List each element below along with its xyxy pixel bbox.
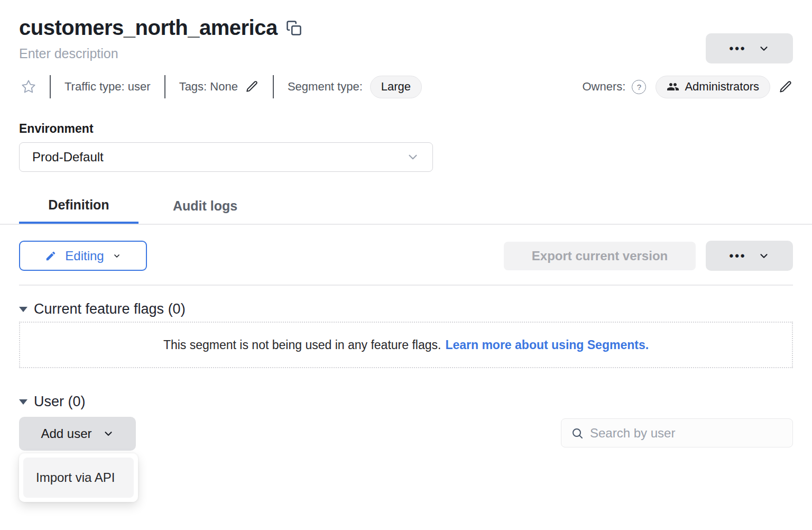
export-current-version-button[interactable]: Export current version (504, 242, 696, 270)
divider (273, 75, 274, 98)
divider (50, 75, 51, 98)
collapse-triangle-icon (19, 399, 27, 405)
chevron-down-icon (758, 250, 770, 262)
ellipsis-icon: ••• (729, 250, 746, 262)
people-icon (667, 80, 679, 93)
add-user-dropdown: Add user Import via API (19, 417, 136, 451)
tags-label: Tags: None (179, 80, 238, 94)
chevron-down-icon (406, 150, 420, 164)
user-heading: User (0) (34, 394, 86, 410)
owners-label: Owners: (582, 80, 625, 94)
divider (164, 75, 165, 98)
header-more-button[interactable]: ••• (706, 33, 793, 63)
description-placeholder[interactable]: Enter description (19, 46, 793, 61)
editing-mode-button[interactable]: Editing (19, 241, 147, 271)
tab-bar: Definition Audit logs (0, 188, 812, 225)
search-icon (571, 427, 584, 440)
toolbar-more-button[interactable]: ••• (706, 241, 793, 271)
page-title: customers_north_america (19, 16, 278, 40)
meta-left: Traffic type: user Tags: None Segment ty… (19, 75, 422, 98)
tab-definition[interactable]: Definition (19, 188, 139, 224)
add-user-label: Add user (41, 426, 91, 441)
copy-icon[interactable] (286, 20, 302, 36)
editing-label: Editing (65, 249, 104, 263)
star-icon[interactable] (21, 79, 36, 94)
feature-flags-section-toggle[interactable]: Current feature flags (0) (19, 301, 793, 317)
meta-row: Traffic type: user Tags: None Segment ty… (19, 75, 793, 98)
segment-detail-page: customers_north_america ••• Enter descri… (0, 16, 812, 530)
owners-value: Administrators (685, 80, 759, 94)
tab-audit-logs[interactable]: Audit logs (139, 188, 272, 224)
pencil-icon (45, 250, 57, 262)
owners-badge[interactable]: Administrators (656, 76, 770, 98)
environment-label: Environment (19, 122, 793, 136)
toolbar: Editing Export current version ••• (19, 241, 793, 271)
add-user-menu: Import via API (19, 453, 138, 502)
user-row: Add user Import via API (19, 417, 793, 451)
environment-select[interactable]: Prod-Default (19, 142, 433, 172)
user-section-toggle[interactable]: User (0) (19, 394, 793, 410)
search-by-user-input[interactable] (590, 426, 783, 441)
divider (19, 285, 793, 286)
chevron-down-icon (103, 428, 114, 440)
toolbar-right: Export current version ••• (504, 241, 793, 271)
add-user-button[interactable]: Add user (19, 417, 136, 451)
feature-flags-empty-box: This segment is not being used in any fe… (19, 322, 793, 368)
feature-flags-heading: Current feature flags (0) (34, 301, 186, 317)
header: customers_north_america ••• (19, 16, 793, 40)
meta-right: Owners: ? Administrators (582, 76, 793, 98)
feature-flags-empty-text: This segment is not being used in any fe… (163, 338, 441, 352)
chevron-down-icon (113, 252, 121, 260)
menu-item-import-via-api[interactable]: Import via API (23, 458, 134, 498)
traffic-type-label: Traffic type: user (64, 80, 151, 94)
segment-type-label: Segment type: (288, 80, 363, 94)
edit-tags-icon[interactable] (245, 80, 259, 94)
ellipsis-icon: ••• (729, 43, 746, 54)
edit-owners-icon[interactable] (779, 80, 793, 94)
help-icon[interactable]: ? (632, 80, 646, 94)
segment-type-badge: Large (370, 76, 422, 98)
environment-selected-value: Prod-Default (32, 150, 104, 165)
user-search[interactable] (561, 418, 793, 447)
collapse-triangle-icon (19, 307, 27, 312)
chevron-down-icon (758, 43, 770, 54)
learn-more-link[interactable]: Learn more about using Segments. (445, 338, 649, 352)
